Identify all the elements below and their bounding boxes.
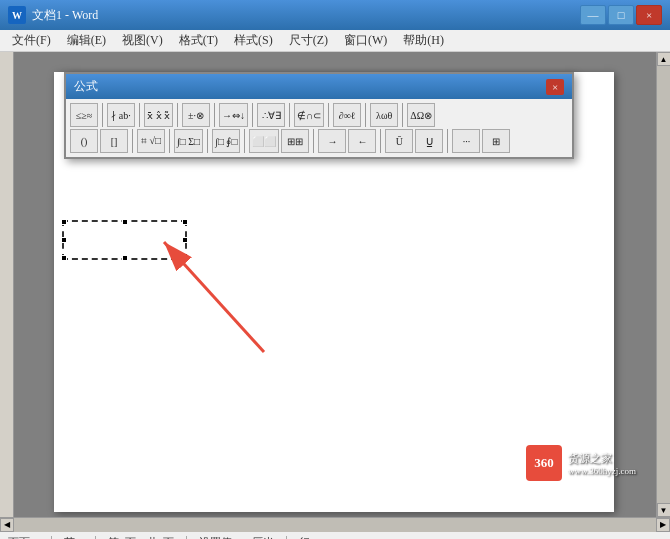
vertical-scrollbar[interactable]: ▲ ▼ — [656, 52, 670, 517]
handle-tm[interactable] — [122, 219, 128, 225]
sep5 — [252, 103, 253, 127]
status-sep2 — [95, 536, 96, 540]
status-sep3 — [186, 536, 187, 540]
tool-matrix-1[interactable]: ⬜⬜ — [249, 129, 279, 153]
sep16 — [447, 129, 448, 153]
tool-matrix-2[interactable]: ⊞⊞ — [281, 129, 309, 153]
tool-spacing[interactable]: ∤ ab· — [107, 103, 135, 127]
status-bar: 页面:1 节:1 第1页，共1页 设置值: 2.5厘米 行: 1 — [0, 531, 670, 539]
sep13 — [244, 129, 245, 153]
tool-arrows[interactable]: →⇔↓ — [219, 103, 248, 127]
sep11 — [169, 129, 170, 153]
tool-fraction[interactable]: ⌗ √□ — [137, 129, 165, 153]
sep7 — [328, 103, 329, 127]
minimize-button[interactable]: — — [580, 5, 606, 25]
status-position: 设置值: 2.5厘米 — [199, 535, 274, 539]
scroll-right-button[interactable]: ▶ — [656, 518, 670, 532]
maximize-button[interactable]: □ — [608, 5, 634, 25]
app-icon-label: W — [12, 10, 22, 21]
sep14 — [313, 129, 314, 153]
tool-relation-symbols[interactable]: ≤≥≈ — [70, 103, 98, 127]
content-area: 公式 × ≤≥≈ ∤ ab· x̄ x̂ x̃ ±·⊗ →⇔↓ ∴∀∃ — [14, 52, 656, 517]
close-button[interactable]: × — [636, 5, 662, 25]
tool-misc[interactable]: ∂∞ℓ — [333, 103, 361, 127]
menu-file[interactable]: 文件(F) — [4, 30, 59, 51]
sep10 — [132, 129, 133, 153]
status-pages: 第1页，共1页 — [108, 535, 174, 539]
watermark-info: 货源之家 www.360hyzj.com — [568, 451, 636, 476]
handle-tr[interactable] — [182, 219, 188, 225]
tool-fence-1[interactable]: () — [70, 129, 98, 153]
status-line: 行: 1 — [299, 535, 321, 539]
tool-dots[interactable]: ··· — [452, 129, 480, 153]
sep3 — [177, 103, 178, 127]
watermark: 360 货源之家 www.360hyzj.com — [526, 445, 636, 481]
handle-bm[interactable] — [122, 255, 128, 261]
menu-size[interactable]: 尺寸(Z) — [281, 30, 336, 51]
tool-operators[interactable]: ±·⊗ — [182, 103, 210, 127]
handle-ml[interactable] — [61, 237, 67, 243]
sep6 — [289, 103, 290, 127]
menu-help[interactable]: 帮助(H) — [395, 30, 452, 51]
tool-greek-lower[interactable]: λωθ — [370, 103, 398, 127]
watermark-site-name: 货源之家 — [568, 451, 636, 466]
main-area: 公式 × ≤≥≈ ∤ ab· x̄ x̂ x̃ ±·⊗ →⇔↓ ∴∀∃ — [0, 52, 670, 517]
menu-window[interactable]: 窗口(W) — [336, 30, 395, 51]
menu-style[interactable]: 样式(S) — [226, 30, 281, 51]
app-icon: W — [8, 6, 26, 24]
tool-arrow-left[interactable]: ← — [348, 129, 376, 153]
scroll-track-horizontal[interactable] — [14, 518, 656, 532]
sep2 — [139, 103, 140, 127]
scroll-up-button[interactable]: ▲ — [657, 52, 671, 66]
formula-dialog-title-text: 公式 — [74, 78, 98, 95]
tool-fence-2[interactable]: [] — [100, 129, 128, 153]
handle-tl[interactable] — [61, 219, 67, 225]
menu-edit[interactable]: 编辑(E) — [59, 30, 114, 51]
menu-view[interactable]: 视图(V) — [114, 30, 171, 51]
left-ruler — [0, 52, 14, 517]
formula-toolbar-row1: ≤≥≈ ∤ ab· x̄ x̂ x̃ ±·⊗ →⇔↓ ∴∀∃ ∉∩⊂ ∂∞ℓ — [70, 103, 568, 127]
sep15 — [380, 129, 381, 153]
sep1 — [102, 103, 103, 127]
sep4 — [214, 103, 215, 127]
formula-toolbar-row2: () [] ⌗ √□ ∫□ Σ□ ∫□ ∮□ ⬜⬜ ⊞⊞ → ← Ū — [70, 129, 568, 153]
tool-logic[interactable]: ∴∀∃ — [257, 103, 285, 127]
formula-selection-box — [62, 220, 187, 260]
formula-dialog: 公式 × ≤≥≈ ∤ ab· x̄ x̂ x̃ ±·⊗ →⇔↓ ∴∀∃ — [64, 72, 574, 159]
tool-greek-upper[interactable]: ΔΩ⊗ — [407, 103, 435, 127]
scroll-track-vertical[interactable] — [657, 66, 671, 503]
scroll-left-button[interactable]: ◀ — [0, 518, 14, 532]
tool-decorations[interactable]: x̄ x̂ x̃ — [144, 103, 173, 127]
tool-integral[interactable]: ∫□ ∮□ — [212, 129, 240, 153]
handle-br[interactable] — [182, 255, 188, 261]
menu-format[interactable]: 格式(T) — [171, 30, 226, 51]
tool-arrow-right[interactable]: → — [318, 129, 346, 153]
tool-underline[interactable]: U̲ — [415, 129, 443, 153]
status-sep1 — [51, 536, 52, 540]
formula-toolbar: ≤≥≈ ∤ ab· x̄ x̂ x̃ ±·⊗ →⇔↓ ∴∀∃ ∉∩⊂ ∂∞ℓ — [66, 99, 572, 157]
handle-mr[interactable] — [182, 237, 188, 243]
tool-grid[interactable]: ⊞ — [482, 129, 510, 153]
sep8 — [365, 103, 366, 127]
horizontal-scrollbar[interactable]: ◀ ▶ — [0, 517, 670, 531]
status-page: 页面:1 — [8, 535, 39, 539]
window-title: 文档1 - Word — [32, 7, 580, 24]
status-sep4 — [286, 536, 287, 540]
scroll-down-button[interactable]: ▼ — [657, 503, 671, 517]
sep12 — [207, 129, 208, 153]
menu-bar: 文件(F) 编辑(E) 视图(V) 格式(T) 样式(S) 尺寸(Z) 窗口(W… — [0, 30, 670, 52]
formula-dialog-close-button[interactable]: × — [546, 79, 564, 95]
tool-sum[interactable]: ∫□ Σ□ — [174, 129, 203, 153]
formula-dialog-title-bar: 公式 × — [66, 74, 572, 99]
tool-sets[interactable]: ∉∩⊂ — [294, 103, 324, 127]
window-controls: — □ × — [580, 5, 662, 25]
tool-overline[interactable]: Ū — [385, 129, 413, 153]
watermark-badge: 360 — [526, 445, 562, 481]
sep9 — [402, 103, 403, 127]
status-section: 节:1 — [64, 535, 84, 539]
title-bar: W 文档1 - Word — □ × — [0, 0, 670, 30]
watermark-url: www.360hyzj.com — [568, 466, 636, 476]
handle-bl[interactable] — [61, 255, 67, 261]
